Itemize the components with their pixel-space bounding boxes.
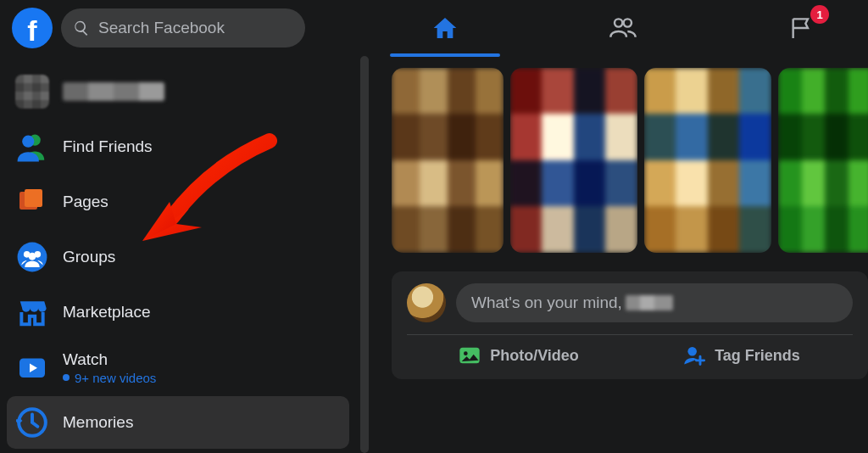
sidebar-item-groups[interactable]: Groups [7, 231, 349, 283]
pages-icon [15, 185, 49, 219]
nav-home[interactable] [390, 0, 500, 56]
search-input[interactable]: Search Facebook [61, 8, 305, 48]
tag-friends-icon [682, 344, 706, 367]
watch-icon [15, 350, 49, 384]
svg-point-12 [688, 347, 698, 356]
avatar [15, 75, 49, 109]
main-content: What's on your mind, Photo/Video Tag Fri… [392, 68, 868, 453]
composer-action-photo[interactable]: Photo/Video [407, 344, 630, 367]
svg-point-11 [464, 351, 468, 355]
friends-icon [609, 14, 637, 42]
vertical-divider [360, 56, 369, 453]
photo-icon [458, 344, 481, 367]
left-sidebar: Find Friends Pages Groups Marketplace Wa… [0, 59, 356, 453]
composer-textfield[interactable]: What's on your mind, [456, 283, 853, 322]
sidebar-item-label: Pages [63, 193, 108, 211]
sidebar-item-subtext: 9+ new videos [63, 371, 156, 385]
action-label: Photo/Video [490, 347, 579, 365]
search-placeholder: Search Facebook [98, 19, 225, 37]
sidebar-item-textblock: Watch 9+ new videos [63, 350, 156, 385]
sidebar-item-label: Marketplace [63, 303, 151, 322]
facebook-f-icon: f [27, 14, 36, 48]
sidebar-item-watch[interactable]: Watch 9+ new videos [7, 341, 349, 394]
search-icon [73, 20, 90, 36]
top-header: f Search Facebook 1 [0, 0, 868, 56]
stories-row [392, 68, 868, 253]
svg-rect-3 [25, 189, 42, 207]
story-card[interactable] [392, 68, 504, 253]
story-card[interactable] [644, 68, 771, 253]
story-card[interactable] [778, 68, 868, 253]
top-nav: 1 [390, 0, 856, 56]
composer-placeholder: What's on your mind, [471, 294, 622, 312]
nav-friends[interactable] [568, 0, 678, 56]
groups-icon [15, 240, 49, 274]
marketplace-icon [15, 295, 49, 329]
composer-name-redacted [626, 295, 673, 310]
sidebar-item-label: Groups [63, 248, 115, 266]
profile-name-redacted [63, 82, 164, 101]
sidebar-item-find-friends[interactable]: Find Friends [7, 120, 349, 173]
action-label: Tag Friends [715, 347, 800, 365]
nav-video[interactable]: 1 [746, 0, 856, 56]
sidebar-item-marketplace[interactable]: Marketplace [7, 286, 349, 338]
sidebar-item-label: Find Friends [63, 137, 153, 156]
post-composer: What's on your mind, Photo/Video Tag Fri… [392, 271, 868, 379]
avatar[interactable] [407, 283, 446, 322]
sidebar-item-profile[interactable] [7, 65, 349, 118]
svg-point-1 [22, 136, 34, 148]
sidebar-item-label: Watch [63, 350, 156, 369]
facebook-logo[interactable]: f [12, 8, 53, 48]
composer-action-tag[interactable]: Tag Friends [630, 344, 853, 367]
sidebar-item-label: Memories [63, 413, 133, 432]
notification-badge: 1 [810, 5, 829, 24]
sidebar-item-pages[interactable]: Pages [7, 176, 349, 228]
story-card[interactable] [510, 68, 637, 253]
home-icon [431, 14, 459, 42]
find-friends-icon [15, 130, 49, 164]
memories-icon [15, 405, 49, 439]
sidebar-item-memories[interactable]: Memories [7, 396, 349, 449]
svg-point-7 [29, 253, 36, 260]
